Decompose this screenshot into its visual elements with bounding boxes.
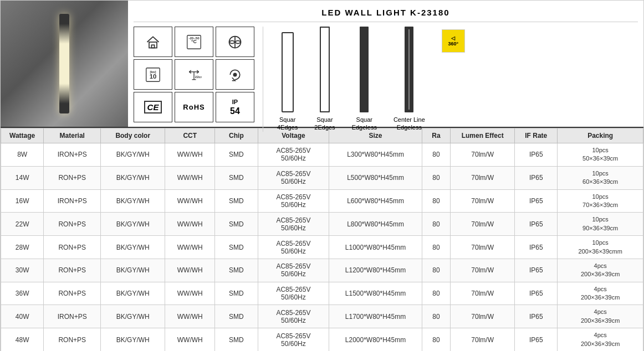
icon-indoor [134, 27, 172, 57]
icon-ce: CE [134, 92, 172, 122]
td-material: RON+PS [44, 328, 101, 351]
td-wattage: 16W [1, 189, 44, 213]
td-size: L600*W80*H45mm [329, 189, 422, 213]
td-ra: 80 [422, 236, 451, 259]
svg-text:-20~50: -20~50 [188, 35, 200, 39]
th-material: Material [44, 128, 101, 143]
td-ifrate: IP65 [515, 189, 558, 213]
icon-temp: °C -20~50 [175, 27, 213, 57]
td-lumen: 70lm/W [451, 305, 515, 328]
table-row: 48WRON+PSBK/GY/WHWW/WHSMDAC85-265V50/60H… [1, 328, 643, 351]
td-voltage: AC85-265V50/60Hz [258, 282, 329, 305]
product-image [1, 1, 128, 127]
td-material: RON+PS [44, 236, 101, 259]
td-chip: SMD [215, 328, 258, 351]
td-bodycolor: BK/GY/WH [101, 305, 165, 328]
td-material: RON+PS [44, 166, 101, 189]
td-voltage: AC85-265V50/60Hz [258, 189, 329, 213]
td-lumen: 70lm/W [451, 328, 515, 351]
td-chip: SMD [215, 143, 258, 167]
icon-rotate [216, 59, 254, 90]
svg-rect-1 [151, 45, 154, 48]
variant-sqedgeless: SquarEdgeless [352, 27, 377, 132]
td-size: L300*W80*H45mm [329, 143, 422, 167]
variant-label-sqedgeless: SquarEdgeless [352, 116, 377, 132]
td-lumen: 70lm/W [451, 143, 515, 167]
ip-label: IP [232, 99, 238, 105]
svg-text:22cm: 22cm [195, 75, 202, 79]
table-section: Wattage Material Body color CCT Chip Vol… [1, 128, 643, 351]
td-material: IRON+PS [44, 305, 101, 328]
icon-earth [216, 27, 254, 57]
td-packing: 10pcs60×36×39cm [558, 166, 643, 189]
variant-label-centerline: Center LineEdgeless [393, 116, 425, 132]
divider-vert [263, 27, 263, 132]
td-voltage: AC85-265V50/60Hz [258, 213, 329, 236]
table-row: 8WIRON+PSBK/GY/WHWW/WHSMDAC85-265V50/60H… [1, 143, 643, 167]
td-size: L500*W80*H45mm [329, 166, 422, 189]
td-voltage: AC85-265V50/60Hz [258, 166, 329, 189]
td-ifrate: IP65 [515, 143, 558, 167]
td-wattage: 30W [1, 259, 44, 282]
td-voltage: AC85-265V50/60Hz [258, 236, 329, 259]
td-packing: 4pcs200×36×39cm [558, 305, 643, 328]
shape-sq-edgeless [360, 27, 369, 112]
td-packing: 4pcs200×36×39cm [558, 282, 643, 305]
product-title: LED WALL LIGHT K-23180 [134, 5, 638, 22]
table-row: 22WRON+PSBK/GY/WHWW/WHSMDAC85-265V50/60H… [1, 213, 643, 236]
td-size: L1200*W80*H45mm [329, 259, 422, 282]
td-chip: SMD [215, 305, 258, 328]
td-size: L1000*W80*H45mm [329, 236, 422, 259]
td-wattage: 8W [1, 143, 44, 167]
td-size: L1700*W80*H45mm [329, 305, 422, 328]
info-main: °C -20~50 [134, 27, 638, 132]
td-lumen: 70lm/W [451, 282, 515, 305]
td-ifrate: IP65 [515, 166, 558, 189]
td-ra: 80 [422, 166, 451, 189]
table-row: 28WRON+PSBK/GY/WHWW/WHSMDAC85-265V50/60H… [1, 236, 643, 259]
product-light-strip [59, 14, 69, 113]
td-cct: WW/WH [165, 189, 215, 213]
variant-shape-sq2 [320, 27, 330, 112]
td-ra: 80 [422, 213, 451, 236]
td-ifrate: IP65 [515, 236, 558, 259]
variant-label-sq2: Squar2Edges [314, 116, 335, 132]
th-wattage: Wattage [1, 128, 44, 143]
td-voltage: AC85-265V50/60Hz [258, 259, 329, 282]
td-size: L1500*W80*H45mm [329, 282, 422, 305]
td-wattage: 28W [1, 236, 44, 259]
product-image-bg [1, 1, 128, 127]
table-row: 14WRON+PSBK/GY/WHWW/WHSMDAC85-265V50/60H… [1, 166, 643, 189]
icon-ip: IP 54 [216, 92, 254, 122]
svg-point-18 [233, 73, 236, 76]
td-ifrate: IP65 [515, 328, 558, 351]
icon-depth: 22cm [175, 59, 213, 90]
td-material: IRON+PS [44, 189, 101, 213]
td-bodycolor: BK/GY/WH [101, 143, 165, 167]
td-material: RON+PS [44, 213, 101, 236]
table-row: 36WRON+PSBK/GY/WHWW/WHSMDAC85-265V50/60H… [1, 282, 643, 305]
td-bodycolor: BK/GY/WH [101, 259, 165, 282]
td-bodycolor: BK/GY/WH [101, 213, 165, 236]
icon-rohs: RoHS [175, 92, 213, 122]
td-wattage: 48W [1, 328, 44, 351]
td-chip: SMD [215, 189, 258, 213]
td-bodycolor: BK/GY/WH [101, 328, 165, 351]
td-packing: 10pcs200×36×39cmm [558, 236, 643, 259]
icons-grid: °C -20~50 [134, 27, 254, 132]
top-section: LED WALL LIGHT K-23180 [1, 1, 643, 128]
svg-text:10: 10 [150, 73, 157, 80]
outer-wrapper: LED WALL LIGHT K-23180 [0, 0, 644, 351]
td-cct: WW/WH [165, 236, 215, 259]
td-chip: SMD [215, 259, 258, 282]
badge-360-label: 360° [448, 41, 458, 47]
ce-label: CE [144, 101, 162, 113]
td-wattage: 14W [1, 166, 44, 189]
td-cct: WW/WH [165, 282, 215, 305]
specs-table: Wattage Material Body color CCT Chip Vol… [1, 128, 643, 351]
td-size: L2000*W80*H45mm [329, 328, 422, 351]
variants-section: Squar4Edges Squar2Edges SquarEdgeless [272, 27, 638, 132]
table-row: 30WRON+PSBK/GY/WHWW/WHSMDAC85-265V50/60H… [1, 259, 643, 282]
table-row: 16WIRON+PSBK/GY/WHWW/WHSMDAC85-265V50/60… [1, 189, 643, 213]
td-ifrate: IP65 [515, 305, 558, 328]
